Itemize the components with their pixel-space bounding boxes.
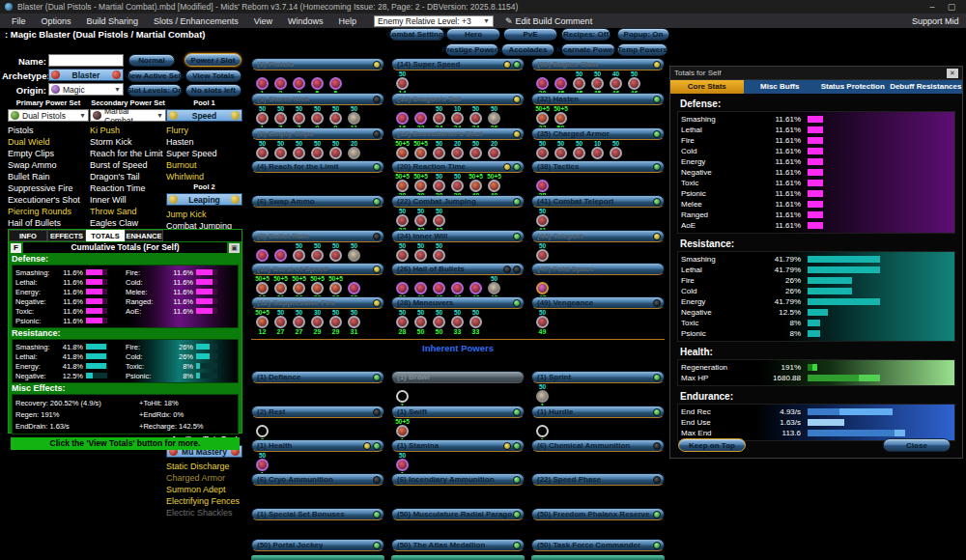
power-list-item-eagles-claw[interactable]: Eagles Claw: [90, 217, 166, 229]
power-bar[interactable]: (24) Inner Will: [391, 230, 525, 242]
f-button[interactable]: F: [11, 243, 21, 253]
power-list-item-electrifying-fences[interactable]: Electrifying Fences: [166, 495, 242, 507]
power-list-item-reaction-time[interactable]: Reaction Time: [90, 182, 166, 194]
power-list-item-dual-wield[interactable]: Dual Wield: [8, 136, 89, 148]
menu-help[interactable]: Help: [331, 16, 365, 26]
power-bar[interactable]: (32) Hasten: [531, 93, 665, 105]
power-bar[interactable]: (49) Vengeance: [531, 296, 665, 309]
power-list-item-electric-shackles[interactable]: Electric Shackles: [166, 507, 242, 518]
menu-build-sharing[interactable]: Build Sharing: [79, 16, 147, 26]
combat-settings-button[interactable]: Combat Settings: [389, 28, 444, 41]
name-input[interactable]: [48, 54, 124, 67]
power-list-item-burst-of-speed[interactable]: Burst of Speed: [90, 159, 166, 171]
power-list-item-inner-will[interactable]: Inner Will: [90, 194, 166, 206]
power-bar[interactable]: (2) Rest: [251, 406, 384, 418]
power-list-item-storm-kick[interactable]: Storm Kick: [90, 136, 166, 148]
archetype-select[interactable]: Blaster: [48, 69, 124, 81]
totals-window-titlebar[interactable]: Totals for Self ✕: [670, 67, 962, 80]
support-mids-link[interactable]: Support Mid: [912, 16, 962, 26]
power-bar[interactable]: (1) Sprint: [531, 371, 665, 383]
close-button[interactable]: Close: [883, 438, 951, 452]
maximize-button[interactable]: ▢: [942, 0, 961, 14]
power-bar[interactable]: (10) Burst of Speed: [251, 263, 384, 275]
enhancement-slot[interactable]: 50+512: [253, 309, 271, 336]
power-list-item-super-speed[interactable]: Super Speed: [166, 148, 242, 159]
pve-button[interactable]: PvE: [503, 28, 557, 41]
tab-info[interactable]: INFO: [9, 230, 47, 241]
power-list-item-executioner-s-shot[interactable]: Executioner's Shot: [8, 194, 89, 206]
accolades-button[interactable]: Accolades: [501, 43, 554, 56]
power-bar[interactable]: (35) Charged Armor: [531, 127, 665, 140]
power-list-item-charged-armor[interactable]: Charged Armor: [166, 472, 242, 484]
power-list-item-throw-sand[interactable]: Throw Sand: [90, 206, 166, 217]
incarnate-powers-button[interactable]: Incarnate Powers: [561, 43, 615, 56]
slot-levels-button[interactable]: Slot Levels: On: [128, 84, 182, 97]
power-bar[interactable]: (8) Bullet Rain: [251, 230, 384, 242]
power-bar[interactable]: (12) Suppressive Fire: [251, 296, 384, 309]
power-bar[interactable]: (6) Cryo Ammunition: [251, 473, 384, 486]
power-bar[interactable]: (1) Health: [251, 439, 384, 452]
menu-windows[interactable]: Windows: [280, 16, 331, 26]
power-bar[interactable]: (38) Tactics: [531, 160, 665, 173]
power-bar[interactable]: (1) Hurdle: [531, 406, 665, 418]
power-bar[interactable]: (22) Speed Phase: [531, 473, 665, 486]
tab-totals[interactable]: TOTALS: [86, 230, 125, 241]
power-bar[interactable]: (20) Reaction Time: [391, 160, 525, 173]
power-list-item-flurry[interactable]: Flurry: [166, 125, 242, 136]
menu-view[interactable]: View: [246, 16, 280, 26]
hero-button[interactable]: Hero: [446, 28, 500, 41]
pool-select-leaping[interactable]: Leaping: [166, 193, 242, 206]
power-list-item-bullet-rain[interactable]: Bullet Rain: [8, 171, 89, 182]
no-slots-left-button[interactable]: No slots left: [185, 84, 242, 97]
prestige-powers-button[interactable]: Prestige Powers: [445, 43, 498, 56]
power-bar[interactable]: (14) Super Speed: [391, 58, 525, 70]
export-icon[interactable]: ▣: [229, 243, 240, 253]
enhancement-slot[interactable]: 5049: [533, 309, 552, 336]
power-bar[interactable]: (30) Eagles Claw: [531, 58, 665, 70]
power-list-item-ki-push[interactable]: Ki Push: [90, 125, 166, 136]
power-bar[interactable]: (22) Combat Jumping: [391, 195, 525, 208]
power-list-item-hasten[interactable]: Hasten: [166, 136, 242, 148]
power-list-item-pistols[interactable]: Pistols: [8, 125, 89, 136]
power-bar[interactable]: (28) Maneuvers: [391, 296, 525, 309]
edit-build-comment-button[interactable]: ✎Edit Build Comment: [505, 16, 592, 26]
menu-slots-enhancements[interactable]: Slots / Enhancements: [146, 16, 246, 26]
power-list-item-suppressive-fire[interactable]: Suppressive Fire: [8, 182, 89, 194]
power-list-item-swap-ammo[interactable]: Swap Ammo: [8, 159, 89, 171]
power-bar[interactable]: (6) Incendiary Ammunition: [391, 473, 525, 486]
power-bar[interactable]: (50) Task Force Commander: [531, 539, 665, 551]
enhancement-slot[interactable]: 5029: [327, 309, 345, 336]
origin-select[interactable]: Magic ▼: [48, 83, 124, 96]
power-bar[interactable]: (26) Hail of Bullets: [391, 263, 525, 275]
tab-status-protection[interactable]: Status Protection: [816, 80, 890, 94]
temp-powers-button[interactable]: Temp Powers: [617, 43, 668, 56]
power-bar[interactable]: (50) Musculature Radial Paragon: [391, 508, 525, 520]
power-bar[interactable]: (16) Dragon's Tail: [391, 93, 525, 105]
tab-enhance[interactable]: ENHANCE: [125, 230, 163, 241]
power-bar[interactable]: (1) Stamina: [391, 439, 525, 452]
power-bar[interactable]: (2) Empty Clips: [251, 127, 384, 140]
power-list-item-reach-for-the-limit[interactable]: Reach for the Limit: [90, 148, 166, 159]
keep-on-top-button[interactable]: Keep on Top: [678, 438, 746, 452]
tab-misc-buffs[interactable]: Misc Buffs: [744, 80, 817, 94]
view-active-sets-button[interactable]: View Active Sets: [128, 70, 182, 82]
power-list-item-jump-kick[interactable]: Jump Kick: [166, 209, 242, 220]
minimize-button[interactable]: –: [923, 0, 942, 14]
enemy-relative-level-select[interactable]: Enemy Relative Level: +3 ▼: [374, 15, 494, 27]
power-bar[interactable]: (41) Combat Teleport: [531, 195, 665, 208]
tab-core-stats[interactable]: Core Stats: [670, 80, 744, 94]
power-list-item-dragon-s-tail[interactable]: Dragon's Tail: [90, 171, 166, 182]
power-bar[interactable]: (1) Brawl: [391, 371, 525, 383]
power-bar[interactable]: (50) Portal Jockey: [251, 539, 384, 551]
power-list-item-empty-clips[interactable]: Empty Clips: [8, 148, 89, 159]
power-list-item-piercing-rounds[interactable]: Piercing Rounds: [8, 206, 89, 217]
enhancement-slot[interactable]: 5027: [271, 309, 290, 336]
enhancement-slot[interactable]: 5050: [412, 309, 430, 336]
primary-powerset-select[interactable]: Dual Pistols▼: [8, 109, 89, 122]
normal-button[interactable]: Normal: [128, 54, 175, 67]
enhancement-slot[interactable]: 5031: [345, 309, 363, 336]
power-slot-button[interactable]: Power / Slot: [185, 53, 242, 67]
power-bar[interactable]: (47) Fold Space: [531, 263, 665, 275]
tab-effects[interactable]: EFFECTS: [47, 230, 86, 241]
power-bar[interactable]: (6) Chemical Ammunition: [531, 439, 665, 452]
